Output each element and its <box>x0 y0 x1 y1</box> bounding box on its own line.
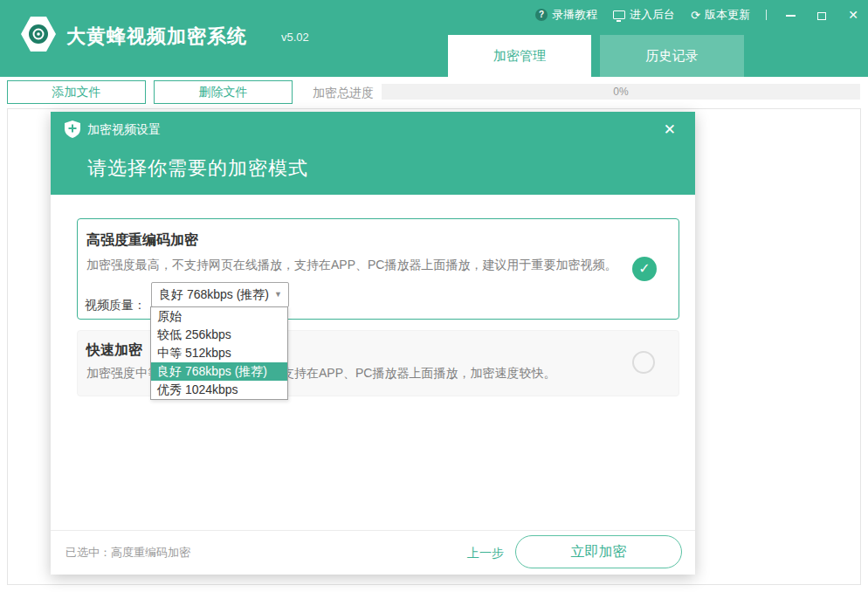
selected-check-icon[interactable]: ✓ <box>632 257 657 281</box>
dialog-heading: 请选择你需要的加密模式 <box>87 155 308 182</box>
encrypt-settings-dialog: 加密视频设置 ✕ 请选择你需要的加密模式 高强度重编码加密 加密强度最高，不支持… <box>51 112 695 575</box>
refresh-icon: ⟳ <box>691 10 700 21</box>
option-fast-title: 快速加密 <box>86 341 142 360</box>
selected-mode-text: 已选中：高度重编码加密 <box>65 531 190 575</box>
total-progress-bar: 0% <box>382 84 860 100</box>
backend-link[interactable]: 进入后台 <box>613 7 675 23</box>
add-file-button[interactable]: 添加文件 <box>7 80 146 104</box>
video-quality-dropdown: 原始 较低 256kbps 中等 512kbps 良好 768kbps (推荐)… <box>150 306 288 400</box>
option-strong-title: 高强度重编码加密 <box>86 231 198 250</box>
quality-option-low[interactable]: 较低 256kbps <box>151 326 287 344</box>
option-strong-encrypt[interactable]: 高强度重编码加密 加密强度最高，不支持网页在线播放，支持在APP、PC播放器上面… <box>77 218 679 320</box>
update-link[interactable]: ⟳ 版本更新 <box>691 7 750 23</box>
app-version: v5.02 <box>281 31 309 44</box>
video-quality-label: 视频质量： <box>85 298 146 313</box>
quality-option-excellent[interactable]: 优秀 1024kbps <box>151 381 287 399</box>
titlebar-separator <box>766 10 767 20</box>
tab-history[interactable]: 历史记录 <box>600 35 744 77</box>
option-strong-description: 加密强度最高，不支持网页在线播放，支持在APP、PC播放器上面播放，建议用于重要… <box>86 258 617 273</box>
tutorial-link-label: 录播教程 <box>552 7 597 23</box>
app-logo-icon <box>19 15 58 53</box>
titlebar-actions: ? 录播教程 进入后台 ⟳ 版本更新 ✕ <box>535 5 861 24</box>
video-quality-select[interactable]: 良好 768kbps (推荐) ▼ <box>151 282 289 307</box>
help-icon: ? <box>535 9 548 21</box>
dialog-title: 加密视频设置 <box>87 122 161 138</box>
close-window-button[interactable]: ✕ <box>845 8 861 22</box>
dialog-header: 加密视频设置 ✕ 请选择你需要的加密模式 <box>51 112 695 195</box>
unselected-radio-icon[interactable] <box>632 351 655 374</box>
shield-plus-icon <box>65 120 80 138</box>
monitor-icon <box>613 10 625 19</box>
encrypt-now-button[interactable]: 立即加密 <box>515 535 682 568</box>
quality-option-good[interactable]: 良好 768kbps (推荐) <box>151 362 287 381</box>
quality-option-original[interactable]: 原始 <box>151 307 287 326</box>
tutorial-link[interactable]: ? 录播教程 <box>535 7 597 23</box>
back-step-button[interactable]: 上一步 <box>467 531 504 575</box>
update-link-label: 版本更新 <box>705 7 750 23</box>
progress-label: 加密总进度 <box>313 86 374 101</box>
toolbar: 添加文件 删除文件 加密总进度 0% <box>0 77 868 108</box>
quality-option-medium[interactable]: 中等 512kbps <box>151 344 287 362</box>
minimize-button[interactable] <box>782 8 798 22</box>
chevron-down-icon: ▼ <box>274 283 282 306</box>
dialog-footer: 已选中：高度重编码加密 上一步 立即加密 <box>51 530 695 575</box>
maximize-icon <box>817 12 826 20</box>
maximize-button[interactable] <box>814 8 830 22</box>
backend-link-label: 进入后台 <box>630 7 675 23</box>
video-quality-selected-value: 良好 768kbps (推荐) <box>159 287 269 301</box>
progress-value: 0% <box>382 84 860 100</box>
minimize-icon <box>786 15 796 17</box>
tab-encrypt-manage[interactable]: 加密管理 <box>448 35 591 77</box>
delete-file-button[interactable]: 删除文件 <box>154 80 293 104</box>
app-window: 大黄蜂视频加密系统 v5.02 ? 录播教程 进入后台 ⟳ 版本更新 ✕ 加密管… <box>0 0 868 592</box>
app-title: 大黄蜂视频加密系统 <box>66 24 247 50</box>
title-bar: 大黄蜂视频加密系统 v5.02 ? 录播教程 进入后台 ⟳ 版本更新 ✕ 加密管… <box>0 0 868 77</box>
dialog-close-icon[interactable]: ✕ <box>664 120 676 139</box>
